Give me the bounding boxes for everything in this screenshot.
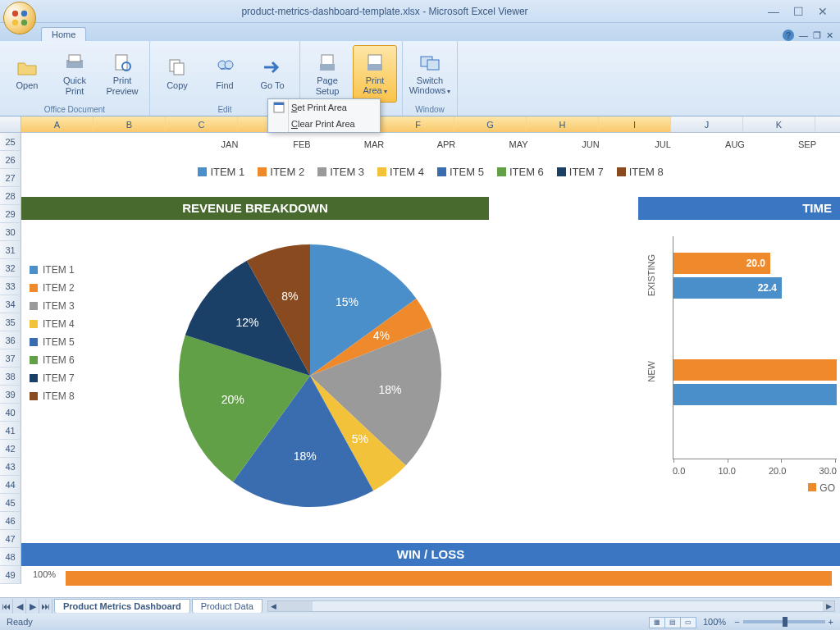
svg-point-0 — [12, 11, 18, 16]
office-button[interactable] — [3, 2, 36, 34]
pie-slice-label: 12% — [236, 316, 259, 329]
minimize-button[interactable]: — — [766, 5, 781, 18]
sheet-tab-dashboard[interactable]: Product Metrics Dashboard — [54, 599, 190, 613]
row-header[interactable]: 48 — [0, 548, 21, 566]
pie-slice-label: 18% — [294, 450, 317, 463]
row-header[interactable]: 45 — [0, 494, 21, 512]
goto-button[interactable]: Go To — [250, 45, 294, 103]
row-header[interactable]: 32 — [0, 259, 21, 277]
tab-home[interactable]: Home — [41, 27, 86, 41]
row-header[interactable]: 40 — [0, 404, 21, 422]
zoom-percent: 100% — [703, 617, 726, 627]
worksheet-content: JANFEBMARAPRMAYJUNJULAUGSEP ITEM 1ITEM 2… — [21, 133, 840, 597]
legend-item: ITEM 7 — [557, 166, 604, 178]
row-header[interactable]: 46 — [0, 512, 21, 530]
row-header[interactable]: 37 — [0, 349, 21, 368]
revenue-pie-chart: ITEM 1ITEM 2ITEM 3ITEM 4ITEM 5ITEM 6ITEM… — [23, 228, 491, 540]
row-header[interactable]: 36 — [0, 331, 21, 349]
svg-rect-14 — [320, 64, 335, 71]
svg-rect-9 — [174, 63, 184, 75]
bar-existing-actual: 22.4 — [673, 277, 782, 299]
sheet-tab-data[interactable]: Product Data — [192, 599, 262, 613]
column-header[interactable]: F — [382, 116, 454, 132]
close-button[interactable]: ✕ — [815, 5, 830, 18]
row-header[interactable]: 42 — [0, 440, 21, 458]
maximize-button[interactable]: ☐ — [791, 5, 806, 18]
month-label: JUL — [627, 139, 699, 149]
row-header[interactable]: 41 — [0, 422, 21, 440]
status-ready: Ready — [7, 617, 33, 627]
pie-legend-item: ITEM 8 — [30, 390, 75, 402]
row-header[interactable]: 29 — [0, 205, 21, 223]
row-header[interactable]: 33 — [0, 277, 21, 295]
column-header[interactable]: J — [671, 116, 743, 132]
pie-legend: ITEM 1ITEM 2ITEM 3ITEM 4ITEM 5ITEM 6ITEM… — [30, 264, 75, 409]
svg-rect-18 — [427, 60, 439, 70]
svg-point-2 — [12, 20, 18, 25]
mini-close-button[interactable]: ✕ — [826, 30, 833, 41]
row-header[interactable]: 25 — [0, 133, 21, 151]
column-header[interactable]: G — [454, 116, 527, 132]
page-setup-button[interactable]: Page Setup — [305, 45, 349, 103]
select-all-corner[interactable] — [0, 116, 21, 132]
legend-item: ITEM 6 — [497, 166, 544, 178]
bar-plot-area: 20.0 22.4 — [673, 236, 837, 459]
month-label: JAN — [194, 139, 266, 149]
legend-swatch — [377, 167, 386, 176]
row-header[interactable]: 44 — [0, 476, 21, 494]
column-header[interactable]: H — [527, 116, 599, 132]
bar-legend: GO — [808, 482, 835, 494]
status-bar: Ready ▦▤▭ 100% −+ — [0, 614, 840, 630]
row-header[interactable]: 26 — [0, 151, 21, 169]
month-label: APR — [410, 139, 482, 149]
ribbon-tab-bar: Home ? — ❐ ✕ — [0, 23, 840, 41]
legend-swatch — [198, 167, 207, 176]
row-header[interactable]: 34 — [0, 295, 21, 313]
column-header[interactable]: C — [166, 116, 238, 132]
chart-legend: ITEM 1ITEM 2ITEM 3ITEM 4ITEM 5ITEM 6ITEM… — [21, 166, 840, 178]
column-header[interactable]: I — [599, 116, 671, 132]
view-buttons[interactable]: ▦▤▭ — [650, 616, 696, 628]
open-button[interactable]: Open — [5, 45, 49, 103]
menu-clear-print-area[interactable]: Clear Print Area — [268, 116, 380, 132]
print-preview-button[interactable]: Print Preview — [100, 45, 144, 103]
column-header[interactable]: K — [743, 116, 815, 132]
row-header[interactable]: 49 — [0, 566, 21, 584]
row-header[interactable]: 43 — [0, 458, 21, 476]
sheet-nav-buttons[interactable]: ⏮◀▶⏭ — [0, 599, 52, 614]
row-header[interactable]: 28 — [0, 187, 21, 205]
column-header[interactable]: A — [21, 116, 94, 132]
mini-restore-button[interactable]: ❐ — [813, 30, 821, 41]
legend-item: ITEM 2 — [258, 166, 304, 178]
ribbon: Open Quick Print Print Preview Office Do… — [0, 41, 840, 116]
row-header[interactable]: 30 — [0, 223, 21, 241]
row-header[interactable]: 38 — [0, 368, 21, 386]
legend-swatch — [258, 167, 267, 176]
mini-minimize-button[interactable]: — — [799, 30, 808, 40]
sheet-tab-bar: ⏮◀▶⏭ Product Metrics Dashboard Product D… — [0, 597, 840, 614]
quick-print-button[interactable]: Quick Print — [52, 45, 97, 103]
print-area-button[interactable]: Print Area — [353, 45, 397, 103]
column-header[interactable]: B — [94, 116, 166, 132]
revenue-breakdown-header: REVENUE BREAKDOWN — [21, 197, 489, 220]
help-icon[interactable]: ? — [783, 30, 794, 41]
row-header[interactable]: 27 — [0, 169, 21, 187]
worksheet-area[interactable]: 2526272829303132333435363738394041424344… — [0, 133, 840, 597]
winloss-percent-label: 100% — [33, 569, 56, 579]
pie-legend-item: ITEM 4 — [30, 318, 75, 330]
legend-swatch — [497, 167, 506, 176]
pie-legend-item: ITEM 1 — [30, 264, 75, 276]
switch-windows-button[interactable]: Switch Windows — [408, 45, 452, 103]
pie-legend-item: ITEM 6 — [30, 354, 75, 366]
find-button[interactable]: Find — [203, 45, 247, 103]
row-header[interactable]: 31 — [0, 241, 21, 259]
pie-slice-label: 8% — [281, 290, 298, 303]
row-header[interactable]: 47 — [0, 530, 21, 548]
horizontal-scrollbar[interactable]: ◀▶ — [267, 600, 835, 612]
copy-button[interactable]: Copy — [155, 45, 199, 103]
row-header[interactable]: 35 — [0, 313, 21, 331]
zoom-slider[interactable]: −+ — [734, 617, 833, 627]
row-header[interactable]: 39 — [0, 386, 21, 404]
menu-set-print-area[interactable]: Set Print Area — [268, 99, 380, 116]
legend-item: ITEM 3 — [317, 166, 364, 178]
